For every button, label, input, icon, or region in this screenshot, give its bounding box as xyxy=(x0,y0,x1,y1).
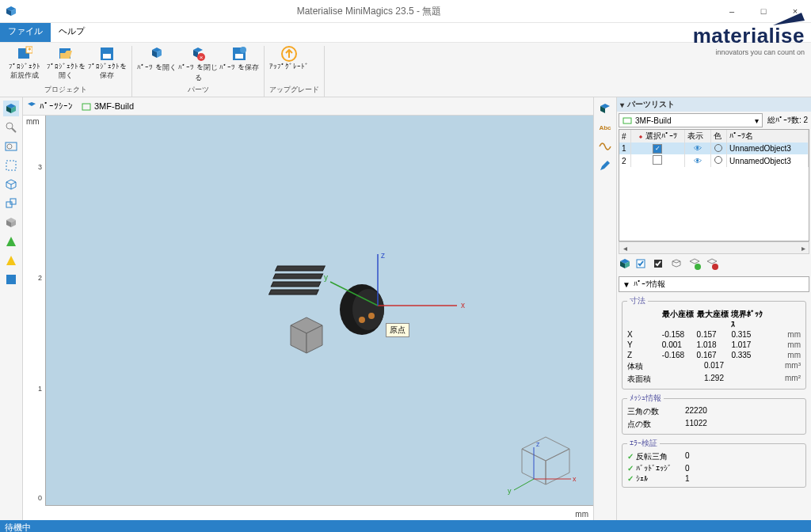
svg-line-31 xyxy=(330,282,378,306)
upgrade-icon xyxy=(281,46,297,62)
right-mini-toolbar: Abc xyxy=(593,97,616,520)
svg-rect-20 xyxy=(82,104,90,110)
error-group: ｴﾗｰ検証 ✓ 反転三角0 ✓ ﾊﾞｯﾄﾞｴｯｼﾞ0 ✓ ｼｪﾙ1 xyxy=(622,438,806,488)
tool-shade[interactable] xyxy=(3,215,19,230)
close-part-icon: × xyxy=(190,46,206,62)
new-project-button[interactable]: ✶ ﾌﾟﾛｼﾞｪｸﾄ 新規作成 xyxy=(5,46,44,81)
save-project-button[interactable]: ﾌﾟﾛｼﾞｪｸﾄを保存 xyxy=(87,46,127,81)
tool-tri-yellow[interactable] xyxy=(3,253,19,268)
svg-point-10 xyxy=(240,47,246,53)
svg-point-12 xyxy=(6,123,13,129)
action-cube-plus-icon[interactable] xyxy=(688,257,701,272)
tool-select-box[interactable] xyxy=(3,158,19,173)
save-part-icon xyxy=(231,46,247,62)
svg-rect-19 xyxy=(6,275,16,284)
parts-scrollbar[interactable]: ◂▸ xyxy=(619,241,809,254)
parts-table[interactable]: # ⬥ 選択ﾊﾟｰﾂ 表示 色 ﾊﾟｰﾂ名 1 ✓ 👁 UnnamedObjec… xyxy=(619,129,809,241)
svg-line-37 xyxy=(514,479,534,490)
svg-rect-41 xyxy=(623,118,631,124)
svg-text:z: z xyxy=(536,440,540,448)
rtool-edit[interactable] xyxy=(597,158,613,173)
rtool-tag[interactable]: Abc xyxy=(597,120,613,135)
orientation-indicator[interactable]: x y z xyxy=(506,425,577,496)
status-bar: 待機中 xyxy=(0,520,811,532)
open-part-icon xyxy=(149,46,165,62)
mesh-group: ﾒｯｼｭ情報 三角の数22220 点の数11022 xyxy=(622,393,806,435)
menu-help[interactable]: ヘルプ xyxy=(51,23,93,42)
svg-rect-24 xyxy=(269,290,319,294)
parts-action-bar xyxy=(617,254,811,275)
app-icon xyxy=(5,5,17,17)
open-project-button[interactable]: ﾌﾟﾛｼﾞｪｸﾄを開く xyxy=(46,46,86,81)
right-panel: ▾パーツリスト 3MF-Build▾ 総ﾊﾟｰﾂ数: 2 # ⬥ 選択ﾊﾟｰﾂ … xyxy=(616,97,811,520)
svg-rect-5 xyxy=(103,54,111,59)
rtool-wave[interactable] xyxy=(597,139,613,154)
dimensions-group: 寸法 最小座標最大座標境界ﾎﾞｯｸｽ X-0.1580.1570.315mm Y… xyxy=(622,295,806,390)
rtool-cube[interactable] xyxy=(597,101,613,116)
ribbon-group-project: プロジェクト xyxy=(5,85,127,97)
ruler-x: mm xyxy=(45,505,593,520)
svg-text:✶: ✶ xyxy=(27,46,32,53)
new-project-icon: ✶ xyxy=(17,46,32,62)
svg-text:×: × xyxy=(200,54,204,61)
upgrade-button[interactable]: ｱｯﾌﾟｸﾞﾚｰﾄﾞ xyxy=(269,46,309,70)
ribbon-group-parts: パーツ xyxy=(137,85,259,97)
svg-point-15 xyxy=(7,144,12,149)
svg-line-13 xyxy=(12,128,16,132)
save-part-button[interactable]: ﾊﾟｰﾂ を保存 xyxy=(219,46,259,83)
tab-build[interactable]: 3MF-Build xyxy=(81,101,134,112)
action-check-icon[interactable] xyxy=(636,257,649,272)
action-uncheck-icon[interactable] xyxy=(653,257,666,272)
svg-text:y: y xyxy=(508,487,512,495)
tool-zoom[interactable] xyxy=(3,120,19,135)
action-cube-blue-icon[interactable] xyxy=(619,257,631,272)
brand-logo: materialise innovators you can count on xyxy=(693,24,805,56)
svg-point-44 xyxy=(695,264,701,270)
build-selector[interactable]: 3MF-Build▾ xyxy=(619,113,763,127)
svg-rect-9 xyxy=(235,54,243,59)
tool-square-blue[interactable] xyxy=(3,272,19,287)
tool-multi[interactable] xyxy=(3,196,19,211)
parts-row-2[interactable]: 2 👁 UnnamedObject3 xyxy=(619,154,809,167)
open-part-button[interactable]: ﾊﾟｰﾂ を開く xyxy=(137,46,177,83)
window-title: Materialise MiniMagics 23.5 - 無題 xyxy=(22,5,716,18)
parts-list-header: ▾パーツリスト xyxy=(617,97,811,112)
action-cubes-icon[interactable] xyxy=(671,257,683,272)
tool-zoom-fit[interactable] xyxy=(3,139,19,154)
tool-wire[interactable] xyxy=(3,177,19,192)
close-part-button[interactable]: × ﾊﾟｰﾂ を閉じる xyxy=(178,46,218,83)
save-project-icon xyxy=(99,46,115,62)
svg-text:y: y xyxy=(324,273,328,282)
viewport-3d[interactable]: mm 3 2 1 0 mm xyxy=(45,116,593,520)
part-info-header[interactable]: ▼ﾊﾟｰﾂ情報 xyxy=(619,276,809,292)
open-project-icon xyxy=(58,46,74,62)
tab-scene[interactable]: ﾊﾟｰﾂｼｰﾝ xyxy=(26,101,73,112)
left-toolbar xyxy=(0,97,23,520)
origin-tooltip: 原点 xyxy=(386,323,409,337)
svg-rect-16 xyxy=(6,161,16,170)
svg-text:x: x xyxy=(461,301,465,310)
action-cube-x-icon[interactable] xyxy=(706,257,718,272)
svg-text:z: z xyxy=(381,251,385,260)
minimize-button[interactable]: – xyxy=(716,0,748,22)
svg-text:x: x xyxy=(573,475,577,483)
svg-point-45 xyxy=(712,264,718,270)
parts-row-1[interactable]: 1 ✓ 👁 UnnamedObject3 xyxy=(619,142,809,154)
ruler-y: mm 3 2 1 0 xyxy=(23,116,46,506)
menu-file[interactable]: ファイル xyxy=(0,23,51,42)
ribbon-group-upgrade: アップグレード xyxy=(269,85,319,97)
parts-count-label: 総ﾊﾟｰﾂ数: 2 xyxy=(764,115,811,126)
svg-rect-23 xyxy=(271,282,321,287)
tool-tri-green[interactable] xyxy=(3,234,19,249)
tool-cube[interactable] xyxy=(3,101,19,116)
